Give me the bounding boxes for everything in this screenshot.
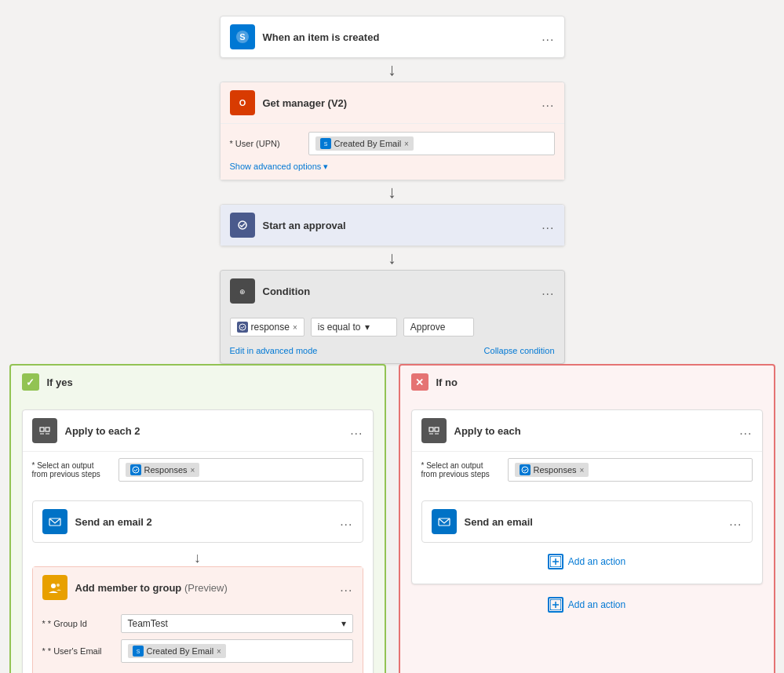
apply-each-header: Apply to each ...: [412, 410, 762, 451]
user-email-label: * User's Email: [42, 646, 121, 656]
send-email-card: Send an email ...: [421, 500, 753, 543]
condition-icon: ⊕: [230, 278, 255, 304]
send-email-2-title: Send an email 2: [75, 516, 341, 528]
apply-each-field-row: * Select an outputfrom previous steps Re…: [421, 458, 753, 482]
svg-point-33: [522, 467, 528, 473]
svg-rect-32: [435, 433, 439, 435]
responses-close-no[interactable]: ×: [580, 466, 585, 475]
svg-rect-10: [37, 423, 53, 438]
svg-text:S: S: [239, 32, 245, 42]
step-get-manager-menu[interactable]: ...: [542, 96, 554, 110]
add-action-btn-below-no[interactable]: Add an action: [548, 597, 625, 613]
apply-each-icon: [421, 418, 447, 443]
step-condition-title: Condition: [263, 286, 542, 297]
branch-no-content: Apply to each ... * Select an outputfrom…: [400, 398, 774, 624]
collapse-link[interactable]: Collapse condition: [484, 346, 555, 355]
step-condition-menu[interactable]: ...: [542, 284, 554, 298]
responses-tag-yes: Responses ×: [126, 463, 200, 477]
step-get-manager-header: O Get manager (V2) ...: [221, 82, 564, 123]
user-email-field[interactable]: S Created By Email ×: [121, 639, 353, 663]
flow-container: S When an item is created ... O Get mana…: [16, 16, 768, 673]
apply-each-title: Apply to each: [454, 425, 740, 437]
responses-close-yes[interactable]: ×: [191, 466, 195, 475]
svg-rect-31: [429, 433, 433, 435]
group-id-label: * Group Id: [42, 619, 121, 628]
branch-yes-header: ✓ If yes: [11, 366, 385, 398]
svg-point-15: [133, 467, 139, 473]
svg-rect-14: [46, 433, 49, 435]
edit-advanced-link[interactable]: Edit in advanced mode: [230, 346, 318, 355]
svg-point-20: [57, 584, 60, 587]
add-member-title: Add member to group (Preview): [75, 582, 341, 594]
arrow-1: [388, 58, 396, 82]
step-get-manager: O Get manager (V2) ... User (UPN) S Crea…: [220, 82, 565, 180]
user-email-tag-label: Created By Email: [147, 646, 214, 656]
response-label: response: [251, 322, 290, 333]
apply-icon: [32, 418, 57, 443]
condition-response-tag: response ×: [230, 318, 304, 336]
branch-no: ✕ If no Apply to each ... * Select: [399, 364, 775, 673]
add-member-menu[interactable]: ...: [340, 580, 352, 595]
group-id-select[interactable]: TeamTest ▾: [121, 614, 353, 633]
svg-text:⊕: ⊕: [239, 288, 246, 296]
step-when-created-title: When an item is created: [263, 31, 542, 43]
arrow-2: [388, 180, 396, 204]
apply-each-2-field-value[interactable]: Responses ×: [119, 458, 363, 482]
responses-tag-icon-no: [520, 464, 531, 475]
apply-each-menu[interactable]: ...: [739, 424, 752, 438]
preview-label: (Preview): [184, 582, 228, 594]
step-condition: ⊕ Condition ... response × is equal to ▾: [220, 270, 565, 364]
branch-no-label: If no: [436, 377, 458, 388]
add-action-label-inside-no: Add an action: [568, 556, 625, 567]
no-icon: ✕: [411, 373, 428, 391]
apply-each-2-menu[interactable]: ...: [350, 424, 363, 438]
step-start-approval-menu[interactable]: ...: [542, 218, 554, 232]
send-email-2-card: Send an email 2 ...: [32, 500, 363, 543]
email-icon: [432, 509, 457, 534]
condition-operator-select[interactable]: is equal to ▾: [311, 318, 397, 336]
apply-each-field-label: * Select an outputfrom previous steps: [421, 461, 508, 478]
add-action-btn-inside-no[interactable]: Add an action: [412, 549, 762, 574]
add-action-icon-inside-no: [548, 554, 563, 569]
tag-close[interactable]: ×: [404, 140, 409, 148]
created-by-email-tag: S Created By Email ×: [315, 136, 414, 151]
email-2-icon: [42, 509, 67, 534]
apply-each-2-field-row: * Select an outputfrom previous steps Re…: [32, 458, 363, 482]
office-icon: O: [230, 90, 255, 115]
arrow-inner-yes: ↓: [23, 549, 373, 566]
user-email-row: * User's Email S Created By Email ×: [42, 639, 353, 663]
yes-icon: ✓: [22, 373, 39, 391]
add-action-icon-below-no: [548, 597, 563, 613]
step-start-approval: Start an approval ...: [220, 204, 565, 246]
send-email-2-header: Send an email 2 ...: [33, 501, 363, 542]
responses-tag-no: Responses ×: [515, 463, 589, 477]
tag-label: Created By Email: [334, 139, 402, 148]
tag-icon: S: [320, 138, 331, 149]
step-get-manager-body: User (UPN) S Created By Email × Show adv…: [221, 123, 564, 180]
show-advanced-link[interactable]: Show advanced options ▾: [230, 162, 555, 172]
svg-point-19: [51, 584, 56, 588]
responses-tag-icon-yes: [130, 464, 141, 475]
svg-text:O: O: [239, 98, 246, 107]
svg-point-9: [239, 324, 246, 330]
condition-value-input[interactable]: Approve: [403, 318, 474, 336]
svg-text:S: S: [136, 649, 140, 654]
send-email-menu[interactable]: ...: [729, 515, 742, 529]
step-when-created-menu[interactable]: ...: [542, 30, 554, 44]
svg-text:S: S: [323, 141, 327, 147]
step-get-manager-title: Get manager (V2): [263, 97, 542, 109]
step-start-approval-header: Start an approval ...: [221, 205, 564, 246]
group-icon: [42, 575, 67, 600]
user-email-tag-close[interactable]: ×: [217, 647, 221, 656]
add-action-label-below-no: Add an action: [568, 599, 625, 610]
apply-each-2-body: * Select an outputfrom previous steps Re…: [23, 451, 373, 494]
apply-each-field-value[interactable]: Responses ×: [508, 458, 753, 482]
condition-links: Edit in advanced mode Collapse condition: [221, 343, 564, 363]
responses-label-no: Responses: [534, 465, 577, 475]
arrow-3: [388, 246, 396, 270]
send-email-header: Send an email ...: [422, 501, 752, 542]
user-upn-field[interactable]: S Created By Email ×: [308, 132, 555, 155]
user-upn-row: User (UPN) S Created By Email ×: [230, 132, 555, 155]
send-email-2-menu[interactable]: ...: [340, 515, 352, 529]
response-tag-close[interactable]: ×: [293, 323, 297, 332]
